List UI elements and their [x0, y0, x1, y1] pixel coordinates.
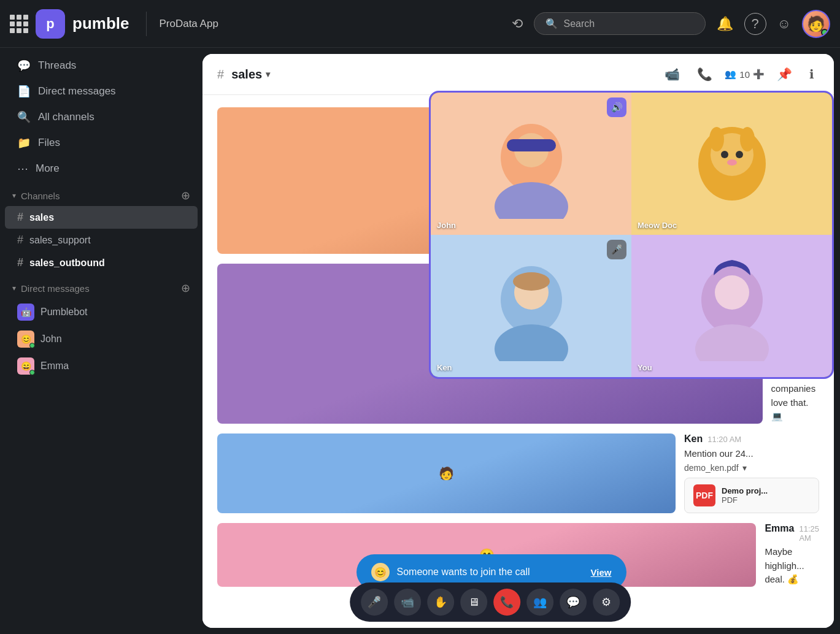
- channel-item-sales[interactable]: # sales: [5, 206, 198, 229]
- sidebar-item-threads[interactable]: 💬 Threads: [5, 53, 198, 78]
- logo[interactable]: p: [36, 9, 65, 39]
- search-icon: 🔍: [545, 18, 558, 29]
- video-avatar-you: [631, 235, 832, 377]
- sidebar-item-direct-messages[interactable]: 📄 Direct messages: [5, 78, 198, 104]
- svg-point-12: [495, 324, 568, 361]
- channel-dropdown-icon[interactable]: ▾: [266, 69, 270, 79]
- channels-section[interactable]: ▾ Channels ⊕: [0, 181, 202, 206]
- more-icon: ⋯: [17, 162, 28, 175]
- info-icon[interactable]: ℹ: [804, 64, 819, 85]
- user-avatar[interactable]: 🧑: [802, 10, 830, 38]
- participants-button[interactable]: 👥: [526, 589, 553, 616]
- dm-toggle: ▾: [12, 284, 16, 292]
- members-number: 10: [739, 69, 750, 80]
- dm-name-emma: Emma: [40, 361, 69, 372]
- message-time: 11:25 AM: [799, 524, 819, 543]
- sidebar-item-files[interactable]: 📁 Files: [5, 130, 198, 156]
- chat-button[interactable]: 💬: [560, 589, 587, 616]
- svg-point-9: [736, 151, 743, 158]
- message-header: Ken 11:20 AM: [684, 433, 819, 445]
- message-header: Emma 11:25 AM: [765, 523, 819, 543]
- add-channel-icon[interactable]: ⊕: [181, 189, 190, 202]
- hash-icon: #: [17, 234, 23, 246]
- file-name: demo_ken.pdf: [684, 463, 739, 473]
- message-content: Ken 11:20 AM Mention our 24... demo_ken.…: [684, 433, 819, 514]
- phone-icon[interactable]: 📞: [692, 64, 717, 85]
- dm-section-label: Direct messages: [21, 283, 90, 294]
- grid-menu-icon[interactable]: [10, 15, 28, 33]
- notification-icon[interactable]: 🔔: [713, 12, 737, 36]
- camera-button[interactable]: 📹: [394, 589, 421, 616]
- message-author: Ken: [684, 433, 703, 445]
- dm-section[interactable]: ▾ Direct messages ⊕: [0, 274, 202, 299]
- pdf-type: PDF: [722, 495, 768, 505]
- sound-icon[interactable]: 🔊: [607, 97, 626, 117]
- sidebar-label-all-channels: All channels: [38, 111, 94, 123]
- video-avatar-meow: [631, 93, 832, 235]
- video-call-overlay: 🔊 John: [429, 91, 834, 379]
- emma-dm-avatar: 😄: [17, 357, 34, 375]
- add-dm-icon[interactable]: ⊕: [181, 281, 190, 295]
- call-controls: 🎤 📹 ✋ 🖥 📞 👥 💬 ⚙: [350, 582, 631, 622]
- channel-name-sales: sales: [29, 212, 54, 223]
- dm-name-pumblebot: Pumblebot: [40, 307, 88, 318]
- muted-icon[interactable]: 🎤: [607, 240, 626, 259]
- sidebar-label-threads: Threads: [38, 59, 76, 72]
- all-channels-icon: 🔍: [17, 110, 31, 124]
- video-name-ken: Ken: [437, 363, 452, 372]
- screen-share-button[interactable]: 🖥: [460, 589, 487, 616]
- content-area: # sales ▾ 📹 📞 👥 10 ➕ 📌 ℹ 😊: [202, 54, 834, 628]
- svg-rect-3: [507, 139, 556, 151]
- svg-point-8: [721, 151, 728, 158]
- pdf-name: Demo proj...: [722, 486, 768, 495]
- raise-hand-button[interactable]: ✋: [427, 589, 454, 616]
- video-tile-you: You: [631, 235, 832, 377]
- sidebar-label-more: More: [36, 162, 60, 175]
- channel-item-sales-outbound[interactable]: # sales_outbound: [5, 251, 198, 274]
- threads-icon: 💬: [17, 59, 31, 72]
- main-layout: 💬 Threads 📄 Direct messages 🔍 All channe…: [0, 48, 840, 634]
- end-call-button[interactable]: 📞: [493, 589, 520, 616]
- sidebar-item-all-channels[interactable]: 🔍 All channels: [5, 104, 198, 130]
- channel-hash: #: [217, 67, 224, 82]
- search-box[interactable]: 🔍 Search: [534, 12, 706, 35]
- emoji-icon[interactable]: ☺: [774, 12, 795, 36]
- call-settings-button[interactable]: ⚙: [593, 589, 620, 616]
- svg-point-1: [495, 182, 568, 219]
- channel-item-sales-support[interactable]: # sales_support: [5, 229, 198, 251]
- file-dropdown-icon: ▾: [742, 463, 747, 473]
- join-notif-text: Someone wants to join the call: [397, 567, 584, 578]
- dm-john[interactable]: 😊 John: [5, 326, 198, 353]
- channel-name: sales: [231, 67, 262, 82]
- dm-emma[interactable]: 😄 Emma: [5, 353, 198, 380]
- ken-avatar: 🧑: [217, 433, 676, 514]
- john-online-dot: [29, 343, 35, 348]
- file-dropdown[interactable]: demo_ken.pdf ▾: [684, 463, 819, 473]
- history-icon[interactable]: ⟲: [508, 12, 526, 36]
- dm-icon: 📄: [17, 85, 31, 98]
- members-count[interactable]: 👥 10 ➕: [725, 69, 765, 80]
- video-call-icon[interactable]: 📹: [660, 64, 685, 85]
- join-notif-icon: 😊: [371, 563, 390, 581]
- mic-button[interactable]: 🎤: [361, 589, 388, 616]
- video-tile-ken: 🎤 Ken: [431, 235, 631, 377]
- add-member-icon[interactable]: ➕: [753, 69, 765, 80]
- john-dm-avatar: 😊: [17, 330, 34, 348]
- video-avatar-ken: [431, 235, 631, 377]
- dm-pumblebot[interactable]: 🤖 Pumblebot: [5, 299, 198, 326]
- sidebar: 💬 Threads 📄 Direct messages 🔍 All channe…: [0, 48, 202, 634]
- pin-icon[interactable]: 📌: [772, 64, 797, 85]
- channel-header: # sales ▾ 📹 📞 👥 10 ➕ 📌 ℹ: [202, 54, 834, 95]
- pdf-attachment[interactable]: PDF Demo proj... PDF: [684, 478, 819, 513]
- pumblebot-avatar: 🤖: [17, 304, 34, 321]
- topbar-divider: [146, 12, 147, 36]
- view-button[interactable]: View: [591, 567, 612, 578]
- help-icon[interactable]: ?: [744, 13, 766, 35]
- pdf-info: Demo proj... PDF: [722, 486, 768, 505]
- app-name: pumble: [72, 14, 129, 33]
- message-text: Maybe highligh... deal. 💰: [765, 545, 819, 587]
- files-icon: 📁: [17, 136, 31, 150]
- sidebar-label-files: Files: [38, 137, 60, 149]
- online-indicator: [821, 29, 828, 36]
- sidebar-item-more[interactable]: ⋯ More: [5, 156, 198, 181]
